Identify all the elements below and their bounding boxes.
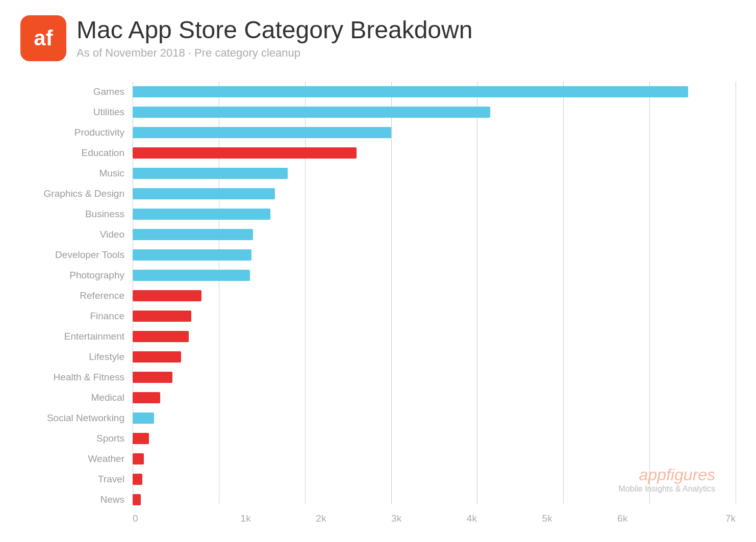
bar-sports xyxy=(133,433,149,444)
y-label: Medical xyxy=(91,388,124,408)
bar-row xyxy=(133,265,736,286)
x-axis-label: 1k xyxy=(208,513,284,524)
logo-text: af xyxy=(34,26,53,50)
bar-business xyxy=(133,209,270,220)
y-label: Games xyxy=(93,82,124,102)
y-axis-labels: GamesUtilitiesProductivityEducationMusic… xyxy=(20,82,133,524)
bar-row xyxy=(133,286,736,306)
chart-title: Mac App Store Category Breakdown xyxy=(77,17,472,44)
x-axis-label: 5k xyxy=(510,513,585,524)
y-label: Music xyxy=(99,163,124,184)
bar-row xyxy=(133,122,736,143)
y-label: News xyxy=(100,489,124,510)
y-label: Weather xyxy=(88,449,124,469)
bar-row xyxy=(133,82,736,102)
logo: af xyxy=(20,15,66,61)
bar-row xyxy=(133,245,736,265)
bar-games xyxy=(133,86,688,97)
y-label: Education xyxy=(81,143,124,163)
chart-subtitle: As of November 2018 · Pre category clean… xyxy=(77,46,472,60)
bar-row xyxy=(133,347,736,367)
y-label: Reference xyxy=(80,286,124,306)
bar-row xyxy=(133,306,736,326)
x-axis-label: 2k xyxy=(284,513,359,524)
bar-row xyxy=(133,469,736,489)
bar-row xyxy=(133,449,736,469)
bar-row xyxy=(133,367,736,388)
x-axis-label: 4k xyxy=(434,513,510,524)
bar-row xyxy=(133,428,736,449)
bar-graphics-and-design xyxy=(133,188,275,199)
bar-health-and-fitness xyxy=(133,372,172,383)
bar-finance xyxy=(133,311,191,322)
y-label: Travel xyxy=(98,469,124,489)
bar-row xyxy=(133,408,736,428)
bar-productivity xyxy=(133,127,391,138)
x-axis-label: 6k xyxy=(585,513,661,524)
x-axis-labels: 01k2k3k4k5k6k7k xyxy=(133,513,736,524)
bar-developer-tools xyxy=(133,249,251,261)
bars-and-grid: 01k2k3k4k5k6k7k xyxy=(133,82,736,524)
y-label: Social Networking xyxy=(47,408,124,428)
bar-row xyxy=(133,184,736,204)
bars-container xyxy=(133,82,736,510)
bar-row xyxy=(133,163,736,184)
y-label: Sports xyxy=(96,428,124,449)
bar-video xyxy=(133,229,253,240)
bar-lifestyle xyxy=(133,351,181,363)
bar-row xyxy=(133,143,736,163)
y-label: Productivity xyxy=(74,122,124,143)
bar-music xyxy=(133,168,288,179)
y-label: Developer Tools xyxy=(55,245,124,265)
y-label: Video xyxy=(100,224,124,245)
bar-row xyxy=(133,204,736,224)
bar-education xyxy=(133,147,357,159)
chart-area: GamesUtilitiesProductivityEducationMusic… xyxy=(20,82,736,524)
bar-weather xyxy=(133,453,144,464)
bar-row xyxy=(133,224,736,245)
x-axis-label: 3k xyxy=(359,513,434,524)
bar-news xyxy=(133,494,141,505)
y-label: Lifestyle xyxy=(89,347,124,367)
y-label: Entertainment xyxy=(64,326,124,347)
bar-row xyxy=(133,489,736,510)
y-label: Finance xyxy=(90,306,124,326)
x-axis-label: 0 xyxy=(133,513,208,524)
chart-inner: GamesUtilitiesProductivityEducationMusic… xyxy=(20,82,736,524)
bar-medical xyxy=(133,392,160,403)
bar-row xyxy=(133,102,736,122)
y-label: Health & Fitness xyxy=(54,367,124,388)
bar-social-networking xyxy=(133,412,154,424)
grid-line xyxy=(736,82,736,504)
y-label: Utilities xyxy=(93,102,124,122)
x-axis-label: 7k xyxy=(660,513,736,524)
bar-row xyxy=(133,388,736,408)
y-label: Business xyxy=(85,204,124,224)
bar-photography xyxy=(133,270,250,281)
y-label: Graphics & Design xyxy=(44,184,124,204)
bar-reference xyxy=(133,290,201,301)
bar-utilities xyxy=(133,107,490,118)
y-label: Photography xyxy=(69,265,124,286)
bar-entertainment xyxy=(133,331,189,342)
bar-row xyxy=(133,326,736,347)
bar-travel xyxy=(133,474,142,485)
title-block: Mac App Store Category Breakdown As of N… xyxy=(77,17,472,60)
chart-header: af Mac App Store Category Breakdown As o… xyxy=(20,15,736,61)
